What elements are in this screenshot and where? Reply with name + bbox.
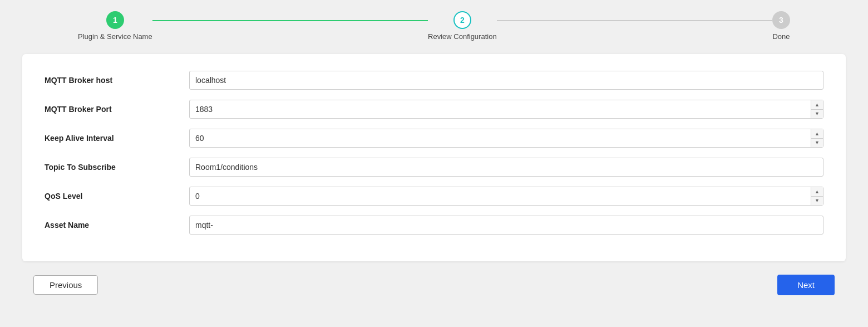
form-row-asset-name: Asset Name [45,216,823,235]
form-row-mqtt-broker-port: MQTT Broker Port ▲ ▼ [45,100,823,119]
mqtt-broker-port-spinners: ▲ ▼ [811,100,823,118]
keep-alive-input[interactable] [189,129,823,148]
step-1-circle: 1 [106,11,124,29]
form-card: MQTT Broker host MQTT Broker Port ▲ ▼ Ke… [22,54,846,261]
step-3-label: Done [772,32,790,41]
form-row-mqtt-broker-host: MQTT Broker host [45,71,823,90]
step-connector-2 [497,20,772,21]
previous-button[interactable]: Previous [33,275,98,295]
input-wrap-mqtt-broker-port: ▲ ▼ [189,100,823,119]
bottom-bar: Previous Next [22,275,846,295]
keep-alive-down[interactable]: ▼ [811,139,823,148]
qos-input[interactable] [189,187,823,206]
input-wrap-mqtt-broker-host [189,71,823,90]
label-mqtt-broker-port: MQTT Broker Port [45,105,189,114]
topic-input[interactable] [189,158,823,177]
form-row-qos: QoS Level ▲ ▼ [45,187,823,206]
input-wrap-keep-alive: ▲ ▼ [189,129,823,148]
label-qos: QoS Level [45,192,189,201]
next-button[interactable]: Next [777,275,835,295]
input-wrap-asset-name [189,216,823,235]
step-2-label: Review Configuration [428,32,497,41]
mqtt-broker-port-input[interactable] [189,100,823,119]
mqtt-broker-port-up[interactable]: ▲ [811,100,823,110]
form-row-topic: Topic To Subscribe [45,158,823,177]
keep-alive-spinners: ▲ ▼ [811,129,823,147]
label-mqtt-broker-host: MQTT Broker host [45,76,189,85]
qos-down[interactable]: ▼ [811,197,823,206]
step-1: 1 Plugin & Service Name [78,11,152,41]
input-wrap-qos: ▲ ▼ [189,187,823,206]
step-connector-1 [152,20,428,21]
keep-alive-up[interactable]: ▲ [811,129,823,139]
label-asset-name: Asset Name [45,221,189,230]
step-1-label: Plugin & Service Name [78,32,152,41]
mqtt-broker-port-down[interactable]: ▼ [811,110,823,119]
qos-up[interactable]: ▲ [811,187,823,197]
form-row-keep-alive: Keep Alive Interval ▲ ▼ [45,129,823,148]
step-3: 3 Done [772,11,790,41]
mqtt-broker-host-input[interactable] [189,71,823,90]
step-3-circle: 3 [772,11,790,29]
step-2-circle: 2 [453,11,471,29]
label-keep-alive: Keep Alive Interval [45,134,189,143]
input-wrap-topic [189,158,823,177]
step-2: 2 Review Configuration [428,11,497,41]
stepper: 1 Plugin & Service Name 2 Review Configu… [78,11,790,41]
label-topic: Topic To Subscribe [45,163,189,172]
qos-spinners: ▲ ▼ [811,187,823,205]
asset-name-input[interactable] [189,216,823,235]
